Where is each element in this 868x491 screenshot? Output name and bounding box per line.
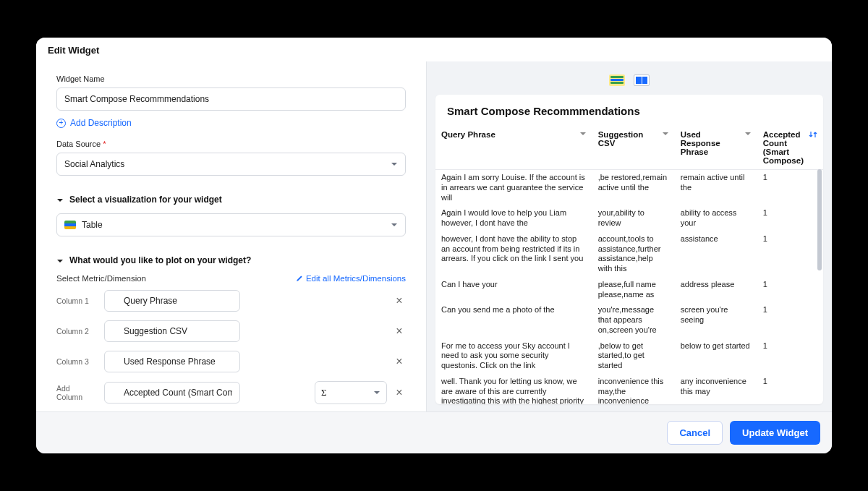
chevron-down-icon: [744, 130, 752, 137]
plot-section-title: What would you like to plot on your widg…: [69, 255, 251, 265]
table-row[interactable]: Again I am sorry Louise. If the account …: [435, 170, 823, 206]
column-input[interactable]: [104, 351, 240, 372]
edit-all-metrics-link[interactable]: Edit all Metrics/Dimensions: [295, 274, 406, 283]
table-row[interactable]: Can you send me a photo of the you're,me…: [435, 302, 823, 338]
cell-used-response: below to get started: [675, 338, 757, 374]
column-row: Column 2 ×: [56, 320, 406, 342]
cell-used-response: ability to access your: [675, 205, 757, 231]
form-panel: Widget Name + Add Description Data Sourc…: [36, 61, 427, 411]
edit-all-label: Edit all Metrics/Dimensions: [306, 274, 406, 283]
chevron-down-icon: [391, 161, 398, 168]
pencil-icon: [295, 275, 303, 283]
table-row[interactable]: Can I have your please,full name please,…: [435, 277, 823, 303]
column-header-label: Query Phrase: [441, 130, 495, 139]
column-input[interactable]: [104, 320, 240, 342]
cell-accepted-count: 1: [757, 205, 823, 231]
cell-accepted-count: 1: [757, 338, 823, 374]
preview-panel: Smart Compose Recommmendations Query Phr…: [427, 61, 832, 411]
column-row: Column 1 ×: [56, 290, 406, 312]
cell-used-response: screen you're seeing: [675, 302, 757, 338]
cell-used-response: any inconvenience this may: [675, 374, 757, 404]
cell-query-phrase: Can I have your: [435, 277, 592, 303]
visualization-section: Select a visualization for your widget T…: [56, 195, 406, 236]
column-input[interactable]: [104, 290, 240, 312]
column-header[interactable]: Query Phrase: [435, 126, 592, 170]
add-column-row: Add Column Σ ×: [56, 381, 406, 404]
plot-section: What would you like to plot on your widg…: [56, 255, 406, 404]
modal-title: Edit Widget: [36, 38, 832, 61]
list-view-toggle[interactable]: [609, 74, 625, 86]
caret-down-icon: [56, 196, 64, 203]
preview-title: Smart Compose Recommmendations: [435, 95, 823, 126]
column-header-label: Suggestion CSV: [598, 130, 659, 148]
column-header-label: Used Response Phrase: [681, 130, 741, 156]
cell-query-phrase: Again I would love to help you Liam howe…: [435, 205, 592, 231]
column-label: Column 2: [56, 327, 97, 336]
preview-table-wrap[interactable]: Query PhraseSuggestion CSVUsed Response …: [435, 126, 823, 404]
cell-suggestion-csv: account,tools to assistance,further assi…: [592, 231, 675, 277]
table-row[interactable]: For me to access your Sky account I need…: [435, 338, 823, 374]
update-widget-button[interactable]: Update Widget: [730, 421, 820, 445]
preview-card: Smart Compose Recommmendations Query Phr…: [435, 95, 823, 404]
cell-suggestion-csv: ,be restored,remain active until the: [592, 170, 675, 206]
aggregation-select[interactable]: Σ: [315, 381, 387, 404]
edit-widget-modal: Edit Widget Widget Name + Add Descriptio…: [36, 38, 832, 453]
cell-suggestion-csv: you're,message that appears on,screen yo…: [592, 302, 675, 338]
chevron-down-icon: [579, 130, 587, 137]
add-column-input[interactable]: [104, 382, 240, 404]
visualization-section-toggle[interactable]: Select a visualization for your widget: [56, 195, 406, 205]
column-row: Column 3 ×: [56, 351, 406, 372]
data-source-label: Data Source: [56, 140, 406, 148]
select-metric-label: Select Metric/Dimension: [56, 274, 146, 283]
sigma-icon: Σ: [321, 387, 327, 398]
column-header[interactable]: Accepted Count (Smart Compose): [757, 126, 823, 170]
cancel-button[interactable]: Cancel: [667, 421, 723, 445]
cell-suggestion-csv: please,full name please,name as: [592, 277, 675, 303]
scrollbar-thumb[interactable]: [817, 169, 822, 270]
cell-suggestion-csv: ,below to get started,to get started: [592, 338, 675, 374]
data-source-select[interactable]: Social Analytics: [56, 153, 406, 176]
preview-table: Query PhraseSuggestion CSVUsed Response …: [435, 126, 823, 404]
chevron-down-icon: [662, 130, 669, 137]
modal-body: Widget Name + Add Description Data Sourc…: [36, 61, 832, 411]
column-header[interactable]: Used Response Phrase: [675, 126, 757, 170]
cell-used-response: assistance: [675, 231, 757, 277]
visualization-section-title: Select a visualization for your widget: [69, 195, 222, 205]
visualization-select[interactable]: Table: [56, 213, 406, 236]
cell-accepted-count: 1: [757, 231, 823, 277]
cell-query-phrase: For me to access your Sky account I need…: [435, 338, 592, 374]
chevron-down-icon: [391, 221, 398, 229]
remove-column-button[interactable]: ×: [393, 386, 406, 399]
cell-query-phrase: however, I dont have the ability to stop…: [435, 231, 592, 277]
chevron-down-icon: [373, 389, 380, 396]
plot-section-toggle[interactable]: What would you like to plot on your widg…: [56, 255, 406, 265]
widget-name-input[interactable]: [56, 87, 406, 111]
add-description-button[interactable]: + Add Description: [56, 118, 132, 128]
table-row[interactable]: Again I would love to help you Liam howe…: [435, 205, 823, 231]
cell-suggestion-csv: your,ability to review: [592, 205, 675, 231]
grid-view-toggle[interactable]: [634, 74, 650, 86]
table-row[interactable]: however, I dont have the ability to stop…: [435, 231, 823, 277]
cell-query-phrase: Can you send me a photo of the: [435, 302, 592, 338]
widget-name-label: Widget Name: [56, 74, 406, 83]
table-row[interactable]: well. Thank you for letting us know, we …: [435, 374, 823, 404]
cell-accepted-count: 1: [757, 170, 823, 206]
modal-footer: Cancel Update Widget: [36, 411, 832, 453]
sort-icon: [809, 130, 817, 139]
plus-circle-icon: +: [56, 119, 66, 128]
column-label: Column 3: [56, 357, 97, 366]
column-header-label: Accepted Count (Smart Compose): [763, 130, 806, 165]
remove-column-button[interactable]: ×: [393, 294, 406, 307]
column-label: Column 1: [56, 296, 97, 305]
cell-accepted-count: 1: [757, 374, 823, 404]
remove-column-button[interactable]: ×: [393, 355, 406, 368]
preview-toggle-row: [427, 61, 832, 95]
caret-down-icon: [56, 257, 64, 264]
cell-suggestion-csv: inconvenience this may,the inconvenience: [592, 374, 675, 404]
remove-column-button[interactable]: ×: [393, 325, 406, 338]
cell-used-response: address please: [675, 277, 757, 303]
add-column-label: Add Column: [56, 384, 97, 401]
visualization-value: Table: [82, 220, 103, 230]
cell-used-response: remain active until the: [675, 170, 757, 206]
column-header[interactable]: Suggestion CSV: [592, 126, 675, 170]
